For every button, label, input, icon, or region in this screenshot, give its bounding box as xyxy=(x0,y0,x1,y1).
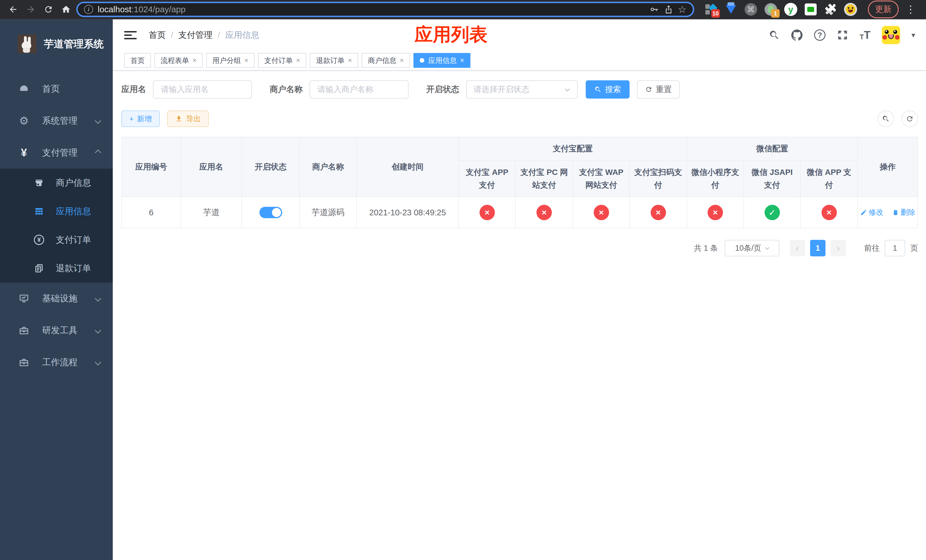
tab-pay-order[interactable]: 支付订单× xyxy=(258,53,306,68)
extension-squares-diamond[interactable]: 10 xyxy=(705,3,717,16)
status-toggle-on[interactable] xyxy=(259,207,282,218)
browser-update-button[interactable]: 更新 xyxy=(868,1,899,18)
fullscreen-button[interactable] xyxy=(837,29,848,41)
reset-button[interactable]: 重置 xyxy=(637,80,680,98)
edit-link[interactable]: 修改 xyxy=(860,207,884,217)
col-group-alipay: 支付宝配置 xyxy=(459,137,687,160)
tab-merchant-info[interactable]: 商户信息× xyxy=(362,53,410,68)
help-button[interactable]: ? xyxy=(814,29,826,41)
cell-wx-jsapi: ✓ xyxy=(744,197,800,228)
extension-y-circle[interactable]: y xyxy=(784,3,797,16)
sidebar-logo-link[interactable]: 芋道管理系统 xyxy=(0,20,113,68)
extension-gem[interactable] xyxy=(725,3,737,16)
search-icon xyxy=(769,29,780,41)
tab-process-form[interactable]: 流程表单× xyxy=(154,53,203,68)
tab-close-icon[interactable]: × xyxy=(348,57,352,64)
app-frame: 芋道管理系统 首页 ⚙ 系统管理 ¥ 支付管理 xyxy=(0,20,926,560)
sidebar-item-system[interactable]: ⚙ 系统管理 xyxy=(0,105,113,137)
password-key-button[interactable] xyxy=(649,5,659,14)
sidebar-item-app-info[interactable]: 应用信息 xyxy=(0,197,113,226)
browser-back-button[interactable] xyxy=(6,2,21,17)
delete-label: 删除 xyxy=(901,207,915,217)
tab-close-icon[interactable]: × xyxy=(460,57,464,64)
prev-page-button[interactable]: ‹ xyxy=(790,240,805,256)
tab-user-group[interactable]: 用户分组× xyxy=(206,53,254,68)
tab-close-icon[interactable]: × xyxy=(400,57,404,64)
sidebar-item-payment[interactable]: ¥ 支付管理 xyxy=(0,137,113,169)
topbar: 首页 / 支付管理 / 应用信息 应用列表 ? TT xyxy=(113,20,926,51)
app-name-input[interactable] xyxy=(153,80,252,98)
sidebar-item-workflow[interactable]: 工作流程 xyxy=(0,347,113,378)
browser-forward-button[interactable] xyxy=(23,2,38,17)
sidebar-item-infrastructure[interactable]: 基础设施 xyxy=(0,283,113,315)
sidebar-item-dev-tools[interactable]: 研发工具 xyxy=(0,315,113,347)
add-button[interactable]: + 新增 xyxy=(121,110,160,127)
reload-icon xyxy=(44,5,53,14)
sidebar-item-label: 支付管理 xyxy=(42,147,84,159)
browser-home-button[interactable] xyxy=(59,2,73,17)
next-page-button[interactable]: › xyxy=(831,240,846,256)
font-size-button[interactable]: TT xyxy=(859,30,870,41)
extensions-menu-button[interactable]: 🧩 xyxy=(824,3,837,16)
breadcrumb-home[interactable]: 首页 xyxy=(149,29,166,41)
toggle-search-button[interactable] xyxy=(878,110,894,127)
extension-badge-10: 10 xyxy=(711,9,720,18)
export-button[interactable]: 导出 xyxy=(167,110,209,127)
search-button[interactable]: 搜索 xyxy=(586,80,629,98)
merchant-name-input[interactable] xyxy=(310,80,409,98)
sidebar-item-refund-orders[interactable]: 退款订单 xyxy=(0,254,113,283)
browser-menu-button[interactable]: ⋮ xyxy=(905,3,914,15)
sidebar-item-label: 应用信息 xyxy=(56,205,91,217)
sidebar-collapse-button[interactable] xyxy=(124,31,137,39)
extension-chat[interactable] xyxy=(804,3,817,16)
add-button-label: 新增 xyxy=(137,114,152,124)
avatar-dropdown-caret[interactable]: ▾ xyxy=(911,31,915,39)
extension-emoji[interactable] xyxy=(844,3,857,16)
user-avatar[interactable] xyxy=(882,26,900,44)
page-unit-label: 页 xyxy=(910,243,918,253)
breadcrumb-current: 应用信息 xyxy=(225,29,259,41)
extension-badge-1: 1 xyxy=(771,9,780,18)
browser-reload-button[interactable] xyxy=(41,2,56,17)
gem-icon xyxy=(726,5,736,14)
delete-link[interactable]: 删除 xyxy=(892,207,915,217)
bookmark-star-button[interactable]: ☆ xyxy=(678,4,687,15)
gear-icon: ⚙ xyxy=(18,115,30,127)
address-bar[interactable]: i localhost:1024/pay/app ☆ xyxy=(76,2,694,17)
share-button[interactable] xyxy=(664,5,673,14)
status-label: 开启状态 xyxy=(426,84,459,95)
goto-page-input[interactable] xyxy=(885,240,905,256)
col-header-id: 应用编号 xyxy=(122,137,181,197)
tab-refund-order[interactable]: 退款订单× xyxy=(310,53,358,68)
tab-close-icon[interactable]: × xyxy=(296,57,300,64)
sidebar-item-pay-orders[interactable]: ¥ 支付订单 xyxy=(0,226,113,254)
col-header-alipay-wap: 支付宝 WAP 网站支付 xyxy=(573,160,629,197)
extension-avatar[interactable]: 1 xyxy=(764,3,777,16)
status-select[interactable]: 请选择开启状态 xyxy=(466,80,578,98)
current-page-button[interactable]: 1 xyxy=(810,240,826,256)
tab-close-icon[interactable]: × xyxy=(244,57,248,64)
extension-command[interactable]: ⌘ xyxy=(744,3,757,16)
col-group-wechat: 微信配置 xyxy=(687,137,858,160)
topbar-icons: ? TT ▾ xyxy=(769,26,915,44)
grid-icon xyxy=(33,206,45,216)
tab-home[interactable]: 首页 xyxy=(124,53,151,68)
sidebar-item-merchant-info[interactable]: 商户信息 xyxy=(0,169,113,197)
page-size-select[interactable]: 10条/页 xyxy=(725,240,779,256)
store-icon xyxy=(33,178,45,188)
browser-toolbar: i localhost:1024/pay/app ☆ 10 ⌘ 1 y 🧩 更新… xyxy=(0,0,926,20)
github-link[interactable] xyxy=(791,29,803,41)
col-header-created: 创建时间 xyxy=(357,137,459,197)
tab-close-icon[interactable]: × xyxy=(192,57,197,64)
tab-app-info-active[interactable]: 应用信息× xyxy=(413,53,471,68)
col-header-wx-app: 微信 APP 支付 xyxy=(800,160,858,197)
site-info-icon[interactable]: i xyxy=(84,5,93,14)
table-toolbar: + 新增 导出 xyxy=(121,110,918,127)
refresh-table-button[interactable] xyxy=(902,110,918,127)
header-search-button[interactable] xyxy=(769,29,780,41)
search-form: 应用名 商户名称 开启状态 请选择开启状态 搜索 重置 xyxy=(121,80,918,98)
search-button-label: 搜索 xyxy=(605,84,621,95)
chevron-down-icon xyxy=(95,359,101,366)
search-icon xyxy=(594,86,602,93)
sidebar-item-home[interactable]: 首页 xyxy=(0,73,113,105)
